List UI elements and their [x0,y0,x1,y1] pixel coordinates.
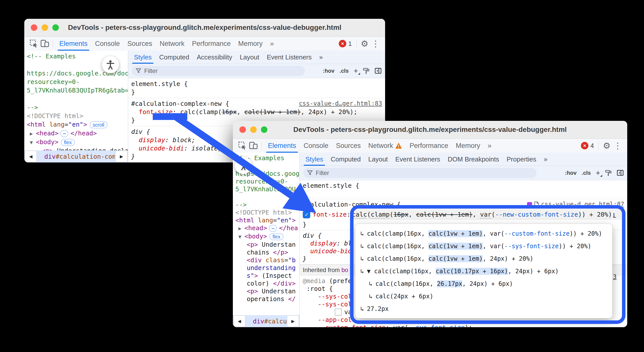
accessibility-person-icon[interactable] [102,56,119,73]
trace-step[interactable]: ↳calc(clamp(16px, calc(1vw + 1em), 24px)… [355,252,612,265]
settings-gear-icon[interactable]: ⚙ [359,38,370,49]
tab-console[interactable]: Console [91,37,124,51]
tab-styles[interactable]: Styles [130,51,155,64]
dom-line[interactable]: resourcekey=0- [235,178,297,185]
breadcrumb-selected-node[interactable]: div#calculat [246,318,286,325]
css-property-value-editing[interactable]: calc(clamp(16px, calc(1vw + 1em), var(--… [351,209,624,220]
console-error-badge[interactable]: × 4 [581,142,594,149]
paint-roller-icon[interactable] [363,68,370,74]
dom-line[interactable] [235,193,297,201]
filter-input[interactable]: Filter [132,66,305,76]
css-rule-line[interactable]: element.style { [131,80,382,88]
new-style-rule-button[interactable]: + [596,169,600,177]
more-tabs-chevron[interactable]: » [315,51,327,64]
tab-properties[interactable]: Properties [503,153,540,166]
tab-performance[interactable]: Performance [406,139,452,153]
dom-line-body[interactable]: ▼ <body>flex [235,232,297,241]
kebab-menu-icon[interactable]: ⋮ [370,38,381,49]
dom-line[interactable]: 5_l7VKnhaUl6B3QU [235,185,297,193]
dom-line-body[interactable]: ▼ <body>flex [27,138,125,147]
kebab-menu-icon[interactable]: ⋮ [612,140,623,151]
dom-line[interactable]: chains </p> [235,248,297,256]
dom-line[interactable]: <p> Understan [235,241,297,248]
tab-layout[interactable]: Layout [365,153,392,166]
dom-line[interactable]: --> [27,103,125,112]
filter-input[interactable]: Filter [303,168,537,178]
more-tabs-chevron[interactable]: » [540,153,551,166]
dom-line[interactable]: 5_l7VKnhaUl6B3QUIpTR6g&tab= [27,86,125,95]
css-selector[interactable]: #calculation-complex-new { [131,100,229,108]
tab-memory[interactable]: Memory [234,37,266,51]
tab-styles[interactable]: Styles [302,153,327,166]
breadcrumb-forward-button[interactable]: ▶ [115,151,127,162]
device-toolbar-icon[interactable] [248,140,259,151]
dom-line-head[interactable]: ▶ <head>⋯</head> [27,129,125,138]
paint-roller-icon[interactable] [605,170,612,176]
tab-layout[interactable]: Layout [236,51,263,64]
breadcrumb-back-button[interactable]: ◀ [233,315,245,327]
dom-line-head[interactable]: ▶ <head>⋯</hea [235,224,297,232]
declaration-checkbox-unchecked[interactable] [335,309,342,316]
tab-elements[interactable]: Elements [56,37,91,51]
css-declaration-font-size[interactable]: ✓ font-size: calc(clamp(16px, calc(1vw +… [303,209,624,220]
inspect-element-icon[interactable] [237,140,248,151]
dom-line[interactable]: <div class="b [235,256,297,264]
tab-memory[interactable]: Memory [452,139,484,153]
toggle-hover-state[interactable]: :hov [565,170,576,176]
trace-substep[interactable]: ↳calc(clamp(16px, 26.17px, 24px) + 6px) [355,278,612,290]
tab-network[interactable]: Network [365,139,406,153]
inspect-element-icon[interactable] [28,38,39,49]
tab-event-listeners[interactable]: Event Listeners [263,51,315,64]
trace-step[interactable]: ↳calc(clamp(16px, calc(1vw + 1em), var(-… [355,240,612,252]
trace-step-expandable[interactable]: ↳▼ calc(clamp(16px, calc(10.17px + 16px)… [355,265,612,278]
tab-dom-breakpoints[interactable]: DOM Breakpoints [444,153,503,166]
dock-sidebar-icon[interactable] [375,67,382,74]
css-property-name[interactable]: font-size: [313,211,351,218]
dom-line[interactable]: operations </ [235,295,297,303]
dom-line[interactable]: <p> Understan [235,287,297,295]
device-toolbar-icon[interactable] [39,38,50,49]
tab-console[interactable]: Console [300,139,332,153]
dom-line[interactable]: color) </div> [235,280,297,287]
dom-line-html[interactable]: <html lang="en">scroll [27,120,125,129]
tab-computed[interactable]: Computed [327,153,365,166]
toggle-hover-state[interactable]: :hov [323,68,334,74]
tab-accessibility[interactable]: Accessibility [193,51,236,64]
stylesheet-source-link[interactable]: css-value-d…ger.html:87 [541,201,624,208]
minimize-window-button[interactable] [42,24,48,31]
zoom-window-button[interactable] [261,126,267,133]
close-window-button[interactable] [239,126,246,133]
breadcrumb-selected-node[interactable]: div#calculation-comple [37,153,115,160]
toggle-classes[interactable]: .cls [582,170,591,176]
toggle-classes[interactable]: .cls [340,68,349,74]
css-rule-line[interactable]: element.style { [303,182,624,190]
dock-sidebar-icon[interactable] [617,169,624,177]
new-style-rule-button[interactable]: + [354,67,358,75]
stylesheet-source-link[interactable]: css-value-d…ger.html:83 [299,100,382,108]
dom-line[interactable]: <!DOCTYPE html> [235,209,297,216]
trace-substep[interactable]: ↳calc(24px + 6px) [355,290,612,303]
more-tabs-chevron[interactable]: » [266,37,278,51]
dom-line[interactable]: understanding [235,264,297,272]
trace-step[interactable]: ↳calc(clamp(16px, calc(1vw + 1em), var(-… [355,227,612,240]
tab-network[interactable]: Network [156,37,188,51]
minimize-window-button[interactable] [250,126,257,133]
trace-result[interactable]: ↳27.2px [355,303,612,315]
tab-sources[interactable]: Sources [124,37,156,51]
dom-line-html[interactable]: <html lang="en"> [235,216,297,224]
breadcrumb-forward-button[interactable]: ▶ [287,315,299,327]
dom-line[interactable]: resourcekey=0- [27,78,125,86]
close-window-button[interactable] [31,24,37,31]
dom-line[interactable] [27,95,125,103]
dom-line[interactable]: <!DOCTYPE html> [27,112,125,120]
tab-event-listeners[interactable]: Event Listeners [392,153,444,166]
breadcrumb-back-button[interactable]: ◀ [25,151,37,162]
tab-performance[interactable]: Performance [188,37,235,51]
tab-sources[interactable]: Sources [332,139,365,153]
console-error-badge[interactable]: × 1 [339,40,352,47]
zoom-window-button[interactable] [52,24,59,31]
declaration-checkbox-checked[interactable]: ✓ [303,211,310,218]
settings-gear-icon[interactable]: ⚙ [601,140,612,151]
dom-line[interactable]: --> [235,201,297,209]
css-declaration-font-size[interactable]: font-size: calc(clamp(16px, calc(1vw + 1… [131,108,382,116]
